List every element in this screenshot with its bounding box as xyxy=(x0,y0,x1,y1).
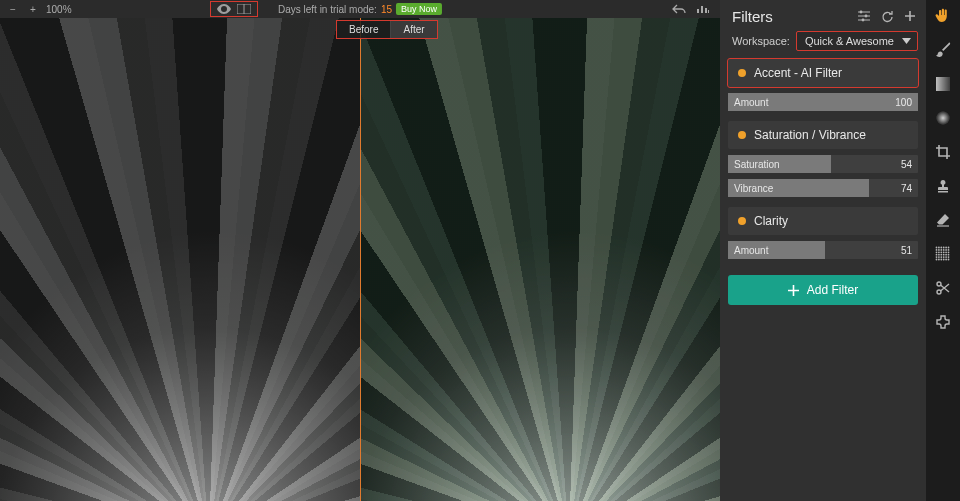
filter-name: Accent - AI Filter xyxy=(754,66,842,80)
zoom-value: 100% xyxy=(46,4,72,15)
trial-label: Days left in trial mode: xyxy=(278,4,377,15)
svg-point-38 xyxy=(948,256,950,258)
svg-point-42 xyxy=(943,259,945,261)
filter-header[interactable]: Accent - AI Filter xyxy=(728,59,918,87)
slider-label: Saturation xyxy=(734,159,780,170)
svg-point-19 xyxy=(945,249,947,251)
workspace-select[interactable]: Quick & Awesome xyxy=(796,31,918,51)
svg-point-4 xyxy=(862,19,865,22)
svg-point-28 xyxy=(938,254,940,256)
svg-point-26 xyxy=(948,251,950,253)
svg-point-35 xyxy=(940,256,942,258)
svg-point-10 xyxy=(938,247,940,249)
svg-point-17 xyxy=(940,249,942,251)
svg-point-39 xyxy=(936,259,938,261)
filters-panel: Filters Workspace: Quick & Awesome Accen… xyxy=(720,0,926,501)
svg-point-2 xyxy=(860,11,863,14)
svg-point-3 xyxy=(865,15,868,18)
before-after-toggle[interactable]: Before After xyxy=(336,20,438,39)
filter-enabled-dot[interactable] xyxy=(738,69,746,77)
svg-point-16 xyxy=(938,249,940,251)
filter-block: Saturation / VibranceSaturation54Vibranc… xyxy=(720,121,926,207)
histogram-icon[interactable] xyxy=(696,4,710,14)
svg-point-14 xyxy=(948,247,950,249)
filter-block: Accent - AI FilterAmount100 xyxy=(720,59,926,121)
add-filter-button[interactable]: Add Filter xyxy=(728,275,918,305)
plus-icon xyxy=(788,285,799,296)
svg-point-43 xyxy=(945,259,947,261)
filter-header[interactable]: Clarity xyxy=(728,207,918,235)
svg-point-22 xyxy=(938,251,940,253)
crop-tool-icon[interactable] xyxy=(933,142,953,162)
hand-tool-icon[interactable] xyxy=(933,6,953,26)
svg-point-18 xyxy=(943,249,945,251)
svg-point-9 xyxy=(936,247,938,249)
buy-now-button[interactable]: Buy Now xyxy=(396,3,442,15)
svg-point-21 xyxy=(936,251,938,253)
slider-label: Vibrance xyxy=(734,183,773,194)
filter-name: Clarity xyxy=(754,214,788,228)
filter-name: Saturation / Vibrance xyxy=(754,128,866,142)
compare-mode-buttons[interactable] xyxy=(210,1,258,17)
brush-tool-icon[interactable] xyxy=(933,40,953,60)
svg-point-20 xyxy=(948,249,950,251)
filter-block: ClarityAmount51 xyxy=(720,207,926,269)
slider[interactable]: Amount51 xyxy=(728,241,918,259)
stamp-tool-icon[interactable] xyxy=(933,176,953,196)
svg-point-24 xyxy=(943,251,945,253)
eraser-tool-icon[interactable] xyxy=(933,210,953,230)
tool-rail xyxy=(926,0,960,501)
svg-point-11 xyxy=(940,247,942,249)
svg-point-32 xyxy=(948,254,950,256)
after-tab[interactable]: After xyxy=(390,21,436,38)
compare-divider[interactable] xyxy=(360,18,361,501)
split-view-icon xyxy=(237,4,251,14)
zoom-out-button[interactable]: − xyxy=(6,3,20,15)
svg-point-40 xyxy=(938,259,940,261)
slider-value: 100 xyxy=(895,97,912,108)
filter-enabled-dot[interactable] xyxy=(738,131,746,139)
presets-icon[interactable] xyxy=(857,10,871,22)
svg-point-41 xyxy=(940,259,942,261)
svg-point-44 xyxy=(948,259,950,261)
svg-point-36 xyxy=(943,256,945,258)
reset-icon[interactable] xyxy=(881,10,894,23)
slider[interactable]: Amount100 xyxy=(728,93,918,111)
svg-point-27 xyxy=(936,254,938,256)
scissors-tool-icon[interactable] xyxy=(933,278,953,298)
svg-point-31 xyxy=(945,254,947,256)
svg-point-12 xyxy=(943,247,945,249)
panel-title: Filters xyxy=(732,8,773,25)
slider-label: Amount xyxy=(734,245,768,256)
before-tab[interactable]: Before xyxy=(337,21,390,38)
slider[interactable]: Vibrance74 xyxy=(728,179,918,197)
svg-point-34 xyxy=(938,256,940,258)
svg-point-29 xyxy=(940,254,942,256)
svg-point-33 xyxy=(936,256,938,258)
gradient-tool-icon[interactable] xyxy=(933,74,953,94)
workspace-label: Workspace: xyxy=(732,35,790,47)
slider-value: 74 xyxy=(901,183,912,194)
slider-value: 54 xyxy=(901,159,912,170)
svg-point-30 xyxy=(943,254,945,256)
zoom-in-button[interactable]: + xyxy=(26,3,40,15)
chevron-down-icon xyxy=(902,38,911,44)
slider[interactable]: Saturation54 xyxy=(728,155,918,173)
top-bar: − + 100% Days left in trial mode: 15 Buy… xyxy=(0,0,720,18)
after-image xyxy=(360,18,720,501)
denoise-tool-icon[interactable] xyxy=(933,244,953,264)
svg-rect-6 xyxy=(936,77,950,91)
svg-point-23 xyxy=(940,251,942,253)
workspace-value: Quick & Awesome xyxy=(805,35,894,47)
image-canvas[interactable] xyxy=(0,18,720,501)
add-icon[interactable] xyxy=(904,10,916,22)
plugin-tool-icon[interactable] xyxy=(933,312,953,332)
svg-point-13 xyxy=(945,247,947,249)
filter-header[interactable]: Saturation / Vibrance xyxy=(728,121,918,149)
svg-point-37 xyxy=(945,256,947,258)
radial-tool-icon[interactable] xyxy=(933,108,953,128)
svg-point-8 xyxy=(937,112,950,125)
filter-enabled-dot[interactable] xyxy=(738,217,746,225)
undo-icon[interactable] xyxy=(672,3,686,15)
add-filter-label: Add Filter xyxy=(807,283,858,297)
